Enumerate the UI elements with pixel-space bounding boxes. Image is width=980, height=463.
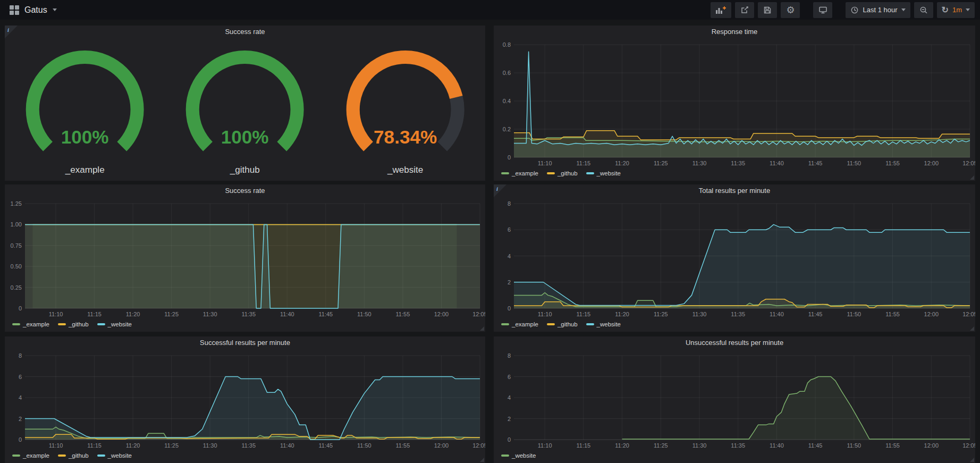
panel-title[interactable]: Success rate <box>5 184 485 197</box>
svg-text:11:25: 11:25 <box>654 160 668 166</box>
legend-item-_example[interactable]: _example <box>501 170 538 176</box>
legend-item-_example[interactable]: _example <box>501 321 538 327</box>
legend-label: _example <box>23 321 49 327</box>
svg-text:11:40: 11:40 <box>770 442 784 449</box>
save-button[interactable] <box>758 2 777 18</box>
svg-text:11:15: 11:15 <box>87 311 102 317</box>
chart-legend: _example_github_website <box>494 319 975 332</box>
chart-svg: 00.20.40.60.811:1011:1511:2011:2511:3011… <box>494 38 975 168</box>
legend-label: _github <box>557 321 578 327</box>
chart-svg: 0246811:1011:1511:2011:2511:3011:3511:40… <box>494 197 975 319</box>
svg-text:12:05: 12:05 <box>962 442 975 449</box>
legend-item-_github[interactable]: _github <box>58 321 89 327</box>
panel-resize-handle[interactable] <box>970 458 974 462</box>
zoom-out-button[interactable] <box>914 2 933 18</box>
legend-label: _github <box>69 452 89 459</box>
svg-text:12:00: 12:00 <box>924 442 939 449</box>
panel-resize-handle[interactable] <box>970 326 974 331</box>
panel-title[interactable]: Success rate <box>5 26 485 38</box>
svg-text:11:15: 11:15 <box>577 442 591 449</box>
panel-title[interactable]: Successful results per minute <box>5 336 485 349</box>
info-corner[interactable] <box>5 26 18 38</box>
share-button[interactable] <box>735 2 754 18</box>
chart-plot-area[interactable]: 0246811:1011:1511:2011:2511:3011:3511:40… <box>494 197 975 319</box>
svg-text:0: 0 <box>508 154 511 161</box>
svg-text:12:05: 12:05 <box>472 311 485 317</box>
svg-text:11:25: 11:25 <box>654 442 668 449</box>
dashboard-title[interactable]: Gatus <box>24 5 47 15</box>
panel-resize-handle[interactable] <box>480 458 484 462</box>
legend-item-_website[interactable]: _website <box>97 452 132 459</box>
svg-text:11:20: 11:20 <box>126 311 140 317</box>
refresh-picker[interactable]: ↻ 1m <box>937 2 975 18</box>
time-range-picker[interactable]: Last 1 hour <box>846 2 910 18</box>
svg-text:11:45: 11:45 <box>808 311 823 317</box>
svg-text:11:30: 11:30 <box>692 311 707 317</box>
refresh-interval-label: 1m <box>952 6 962 14</box>
add-panel-button[interactable] <box>711 2 731 18</box>
grafana-dashboard: { "navbar": { "brand": "Gatus", "icons":… <box>0 0 980 463</box>
panel-resize-handle[interactable] <box>480 326 484 331</box>
chart-plot-area[interactable]: 00.250.500.751.001.2511:1011:1511:2011:2… <box>5 197 485 319</box>
svg-text:11:55: 11:55 <box>885 442 900 449</box>
svg-text:12:05: 12:05 <box>962 160 975 166</box>
legend-label: _website <box>512 452 536 459</box>
svg-text:0.6: 0.6 <box>503 70 511 76</box>
legend-item-_website[interactable]: _website <box>586 170 621 176</box>
svg-text:6: 6 <box>19 374 22 380</box>
dashboard-title-menu[interactable]: Gatus <box>5 5 61 15</box>
svg-text:0: 0 <box>19 305 22 312</box>
chart-plot-area[interactable]: 0246811:1011:1511:2011:2511:3011:3511:40… <box>494 349 975 450</box>
clock-icon <box>850 6 859 14</box>
svg-text:11:15: 11:15 <box>577 311 591 317</box>
cycle-view-button[interactable] <box>813 2 832 18</box>
svg-text:11:20: 11:20 <box>615 442 629 449</box>
svg-text:12:05: 12:05 <box>962 311 975 317</box>
monitor-icon <box>818 6 827 14</box>
svg-text:_example: _example <box>65 165 105 175</box>
legend-color-dash <box>586 172 594 174</box>
svg-text:2: 2 <box>508 279 511 285</box>
svg-text:11:40: 11:40 <box>770 311 784 317</box>
svg-text:11:55: 11:55 <box>885 160 900 166</box>
time-range-label: Last 1 hour <box>863 6 897 14</box>
panel-response-time: Response time 00.20.40.60.811:1011:1511:… <box>494 26 975 181</box>
legend-item-_example[interactable]: _example <box>12 452 49 459</box>
svg-text:11:25: 11:25 <box>654 311 668 317</box>
chart-legend: _website <box>494 450 975 463</box>
chart-svg: 0246811:1011:1511:2011:2511:3011:3511:40… <box>5 349 485 450</box>
svg-text:0.4: 0.4 <box>503 98 511 104</box>
gauge-row: 100%_example100%_github78.34%_website <box>5 38 485 181</box>
svg-text:12:00: 12:00 <box>434 442 449 449</box>
legend-item-_github[interactable]: _github <box>547 170 578 176</box>
panel-success-rate-graph: Success rate 00.250.500.751.001.2511:101… <box>5 184 485 332</box>
legend-label: _github <box>69 321 89 327</box>
chart-legend: _example_github_website <box>5 319 485 332</box>
svg-text:11:10: 11:10 <box>538 311 552 317</box>
svg-text:0: 0 <box>508 436 511 443</box>
svg-text:8: 8 <box>19 352 22 359</box>
panel-resize-handle[interactable] <box>970 175 974 180</box>
legend-item-_website[interactable]: _website <box>586 321 621 327</box>
legend-item-_website[interactable]: _website <box>501 452 536 459</box>
svg-text:11:30: 11:30 <box>692 160 707 166</box>
chart-plot-area[interactable]: 0246811:1011:1511:2011:2511:3011:3511:40… <box>5 349 485 450</box>
legend-color-dash <box>97 323 105 325</box>
svg-text:0.2: 0.2 <box>503 126 511 132</box>
info-corner[interactable] <box>494 184 506 197</box>
svg-text:11:40: 11:40 <box>280 442 294 449</box>
panel-title[interactable]: Response time <box>494 26 975 38</box>
panel-title[interactable]: Unsuccessful results per minute <box>494 336 975 349</box>
svg-text:11:50: 11:50 <box>847 311 861 317</box>
settings-button[interactable]: ⚙ <box>781 2 800 18</box>
legend-item-_github[interactable]: _github <box>58 452 89 459</box>
grafana-grid-icon[interactable] <box>10 5 19 15</box>
legend-item-_example[interactable]: _example <box>12 321 49 327</box>
legend-item-_website[interactable]: _website <box>97 321 132 327</box>
svg-text:0.50: 0.50 <box>11 263 22 270</box>
chart-legend: _example_github_website <box>494 168 975 181</box>
panel-title[interactable]: Total results per minute <box>494 184 975 197</box>
legend-item-_github[interactable]: _github <box>547 321 578 327</box>
svg-text:11:50: 11:50 <box>357 442 371 449</box>
chart-plot-area[interactable]: 00.20.40.60.811:1011:1511:2011:2511:3011… <box>494 38 975 168</box>
